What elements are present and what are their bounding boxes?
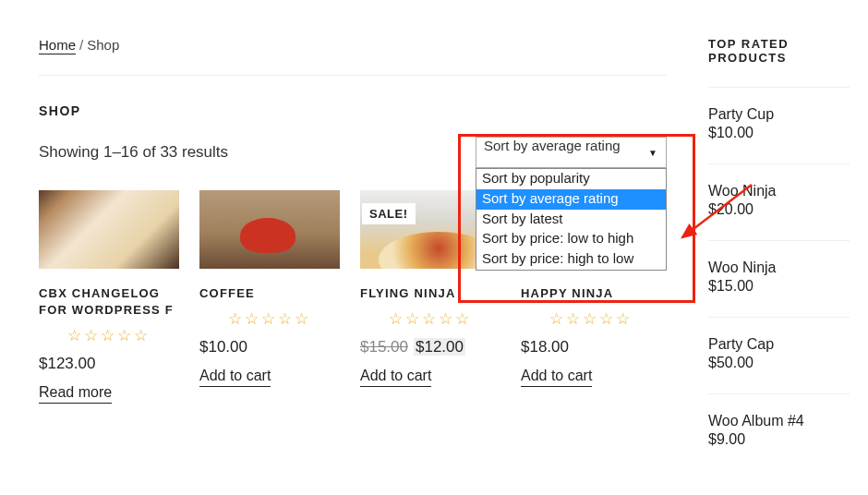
rated-product-price: $50.00: [708, 355, 850, 371]
read-more-button[interactable]: Read more: [39, 384, 112, 404]
breadcrumb-current: Shop: [87, 37, 119, 53]
product-image[interactable]: [39, 190, 179, 269]
breadcrumb-home-link[interactable]: Home: [39, 37, 76, 54]
divider: [708, 163, 850, 164]
sort-select[interactable]: Sort by average rating: [476, 137, 667, 168]
add-to-cart-button[interactable]: Add to cart: [360, 368, 431, 387]
sort-option-average-rating[interactable]: Sort by average rating: [476, 189, 666, 210]
sort-options-list: Sort by popularity Sort by average ratin…: [476, 168, 667, 271]
sidebar-title: TOP RATED PRODUCTS: [708, 37, 850, 65]
rated-product-price: $20.00: [708, 201, 850, 218]
add-to-cart-button[interactable]: Add to cart: [521, 368, 592, 387]
product-title: CBX CHANGELOG FOR WORDPRESS F: [39, 285, 179, 319]
rated-product-name: Party Cup: [708, 106, 850, 123]
rated-product-name: Party Cap: [708, 336, 850, 353]
product-price: $18.00: [521, 338, 661, 356]
page-title: SHOP: [39, 103, 667, 118]
breadcrumb: Home/Shop: [39, 37, 667, 53]
sort-dropdown[interactable]: Sort by average rating ▼ Sort by popular…: [476, 137, 667, 168]
sort-option-latest[interactable]: Sort by latest: [476, 210, 666, 230]
list-item[interactable]: Party Cap $50.00: [708, 336, 850, 371]
product-title: HAPPY NINJA: [521, 285, 661, 302]
star-rating-icon: ☆☆☆☆☆: [360, 309, 500, 329]
divider: [708, 87, 850, 88]
rated-product-name: Woo Album #4: [708, 413, 850, 429]
divider: [708, 240, 850, 241]
product-title: FLYING NINJA: [360, 285, 500, 302]
list-item[interactable]: Party Cup $10.00: [708, 106, 850, 141]
star-rating-icon: ☆☆☆☆☆: [39, 326, 179, 345]
sort-option-price-high-low[interactable]: Sort by price: high to low: [476, 249, 666, 270]
rated-product-name: Woo Ninja: [708, 260, 850, 276]
product-sale-price: $12.00: [414, 338, 465, 356]
divider: [708, 317, 850, 318]
star-rating-icon: ☆☆☆☆☆: [521, 309, 661, 329]
sale-badge: SALE!: [362, 203, 416, 224]
list-item[interactable]: Woo Album #4 $9.00: [708, 413, 850, 448]
list-item[interactable]: Woo Ninja $15.00: [708, 260, 850, 295]
divider: [708, 393, 850, 394]
star-rating-icon: ☆☆☆☆☆: [199, 309, 340, 329]
results-count: Showing 1–16 of 33 results: [39, 143, 228, 162]
sort-option-price-low-high[interactable]: Sort by price: low to high: [476, 229, 666, 249]
add-to-cart-button[interactable]: Add to cart: [199, 368, 271, 387]
sort-selected-label: Sort by average rating: [484, 138, 621, 153]
product-price: $123.00: [39, 355, 179, 373]
list-item[interactable]: Woo Ninja $20.00: [708, 183, 850, 218]
rated-product-price: $9.00: [708, 431, 850, 448]
rated-product-name: Woo Ninja: [708, 183, 850, 199]
product-title: COFFEE: [199, 285, 340, 302]
product-old-price: $15.00: [360, 338, 408, 356]
product-card[interactable]: COFFEE ☆☆☆☆☆ $10.00 Add to cart: [199, 190, 340, 404]
rated-product-price: $10.00: [708, 125, 850, 141]
product-image[interactable]: [199, 190, 340, 269]
breadcrumb-separator: /: [79, 37, 83, 53]
rated-product-price: $15.00: [708, 278, 850, 295]
divider: [39, 75, 667, 76]
product-price: $15.00$12.00: [360, 338, 500, 356]
product-price: $10.00: [199, 338, 340, 356]
product-card[interactable]: CBX CHANGELOG FOR WORDPRESS F ☆☆☆☆☆ $123…: [39, 190, 179, 404]
sort-option-popularity[interactable]: Sort by popularity: [476, 169, 666, 189]
